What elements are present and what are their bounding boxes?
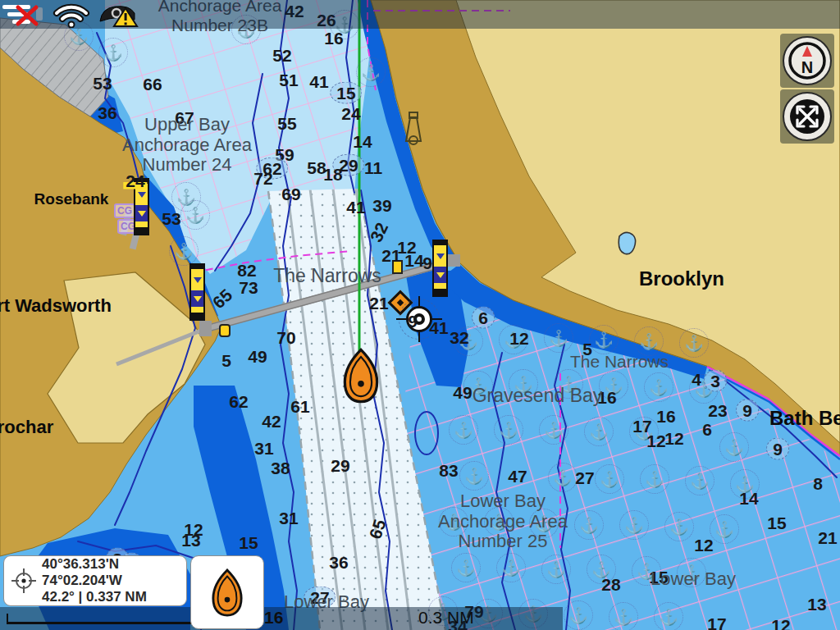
pan-arrows-icon bbox=[782, 91, 833, 142]
position-panel[interactable]: 40°36.313'N 74°02.204'W 42.2° | 0.337 NM bbox=[3, 555, 187, 606]
chart-canvas[interactable] bbox=[0, 0, 840, 630]
skipper-alarm-icon[interactable] bbox=[98, 2, 141, 28]
chartplotter-screen: { "colors": { "water_mid": "#5fb6ee", "w… bbox=[0, 0, 840, 630]
svg-text:N: N bbox=[801, 58, 813, 76]
compass-north-button[interactable]: N bbox=[780, 34, 834, 88]
connection-lost-icon[interactable] bbox=[2, 2, 44, 27]
pan-mode-button[interactable] bbox=[780, 89, 834, 144]
status-icons bbox=[2, 1, 141, 29]
compass-icon: N bbox=[782, 35, 833, 86]
scale-depth-label: 16 bbox=[264, 608, 283, 628]
position-readout: 40°36.313'N 74°02.204'W 42.2° | 0.337 NM bbox=[42, 556, 147, 605]
course-distance-value: 42.2° | 0.337 NM bbox=[42, 589, 147, 605]
chart-base-svg bbox=[0, 0, 840, 630]
boat-icon bbox=[210, 568, 244, 617]
longitude-value: 74°02.204'W bbox=[42, 573, 147, 589]
center-on-boat-button[interactable] bbox=[190, 555, 264, 629]
wifi-icon[interactable] bbox=[52, 2, 90, 28]
crosshair-icon bbox=[11, 568, 37, 594]
scale-distance-label: 0.3 NM bbox=[418, 608, 474, 628]
map-control-buttons: N bbox=[780, 34, 834, 144]
latitude-value: 40°36.313'N bbox=[42, 556, 147, 573]
